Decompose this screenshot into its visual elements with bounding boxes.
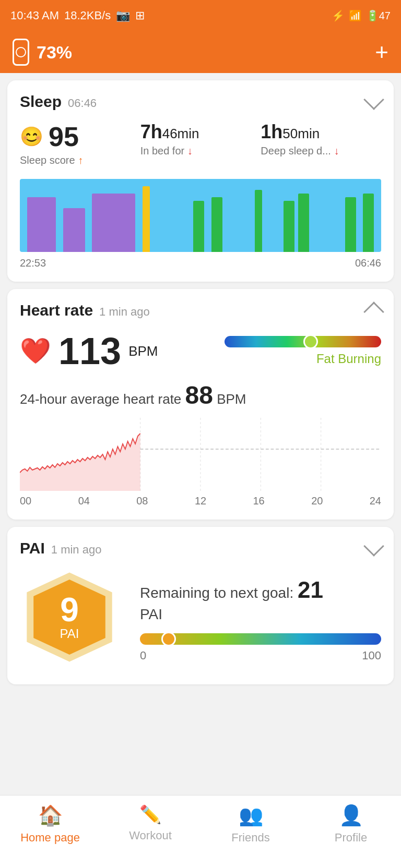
watch-icon <box>13 39 29 66</box>
hr-expand-icon[interactable] <box>363 302 384 322</box>
in-bed-min: 46min <box>162 126 199 141</box>
sleep-bar-green-4 <box>284 201 294 252</box>
sleep-stats: 😊 95 Sleep score ↑ 7h46min In bed for ↓ <box>20 121 381 166</box>
sleep-emoji: 😊 <box>20 126 43 148</box>
pai-value: 9 <box>60 593 79 626</box>
heart-icon: ❤️ <box>20 336 51 366</box>
pai-progress-bar <box>140 633 381 645</box>
status-right: ⚡ 📶 🔋47 <box>332 9 391 22</box>
pai-goal-text: Remaining to next goal: 21 <box>140 577 381 603</box>
sleep-bar-green-3 <box>255 190 262 252</box>
heart-rate-card: Heart rate 1 min ago ❤️ 113 BPM Fat Burn… <box>7 289 394 520</box>
hr-title-row: Heart rate 1 min ago <box>20 302 150 319</box>
pai-hexagon: 9 PAI <box>20 568 124 672</box>
pai-range: 0 100 <box>140 649 381 662</box>
status-icon: 📷 <box>116 9 130 22</box>
pai-range-max: 100 <box>362 649 381 662</box>
sleep-card: Sleep 06:46 😊 95 Sleep score ↑ 7h46min <box>7 80 394 282</box>
nav-profile[interactable]: 👤 Profile <box>301 804 401 845</box>
header-bar: 73% + <box>0 31 401 73</box>
pai-label: PAI <box>60 626 79 641</box>
hr-chart-svg <box>20 418 381 491</box>
sleep-end-time: 06:46 <box>355 257 381 269</box>
nav-workout-label: Workout <box>129 829 172 842</box>
hr-time-16: 16 <box>253 495 265 507</box>
in-bed-value-row: 7h46min <box>140 121 261 143</box>
deep-sleep-stat: 1h50min Deep sleep d... ↓ <box>261 121 381 166</box>
pai-card-header: PAI 1 min ago <box>20 539 381 557</box>
hr-card-header: Heart rate 1 min ago <box>20 302 381 319</box>
hr-value-section: ❤️ 113 BPM <box>20 330 158 372</box>
pai-collapse-icon[interactable] <box>363 536 384 557</box>
sleep-start-time: 22:53 <box>20 257 46 269</box>
sleep-bar-1 <box>27 197 56 252</box>
hr-main-row: ❤️ 113 BPM Fat Burning <box>20 330 381 372</box>
deep-sleep-label: Deep sleep d... ↓ <box>261 145 381 157</box>
nav-home[interactable]: 🏠 Home page <box>0 804 100 845</box>
deep-sleep-hours: 1h <box>261 121 282 142</box>
pai-hex-inner: 9 PAI <box>28 575 111 659</box>
pai-updated: 1 min ago <box>51 543 102 557</box>
sleep-bar-green-6 <box>345 197 356 252</box>
pai-range-min: 0 <box>140 649 146 662</box>
hr-avg-row: 24-hour average heart rate 88 BPM <box>20 381 381 409</box>
pai-goal-value: 21 <box>298 577 323 602</box>
sleep-bar-2 <box>63 208 85 252</box>
sleep-score-arrow: ↑ <box>78 154 83 166</box>
sleep-chart-times: 22:53 06:46 <box>20 257 381 269</box>
deep-sleep-arrow: ↓ <box>334 145 339 156</box>
in-bed-hours: 7h <box>140 121 162 142</box>
hr-title: Heart rate <box>20 302 93 319</box>
hr-time-0: 00 <box>20 495 31 507</box>
nav-friends-label: Friends <box>231 831 269 845</box>
profile-icon: 👤 <box>339 804 363 827</box>
bluetooth-icon: ⚡ <box>332 9 345 22</box>
hr-avg-unit: BPM <box>217 391 246 407</box>
nav-profile-label: Profile <box>335 831 367 845</box>
sleep-bar-green-5 <box>298 194 309 252</box>
sleep-time: 06:46 <box>68 97 97 110</box>
friends-icon: 👥 <box>239 804 263 827</box>
pai-title-row: PAI 1 min ago <box>20 539 101 557</box>
in-bed-arrow: ↓ <box>187 145 193 156</box>
deep-sleep-min: 50min <box>282 126 320 141</box>
sleep-score-stat: 😊 95 Sleep score ↑ <box>20 121 140 166</box>
sleep-title-row: Sleep 06:46 <box>20 93 97 111</box>
bottom-nav: 🏠 Home page ✏️ Workout 👥 Friends 👤 Profi… <box>0 795 401 868</box>
add-button[interactable]: + <box>375 39 388 65</box>
status-time: 10:43 AM <box>10 9 59 22</box>
workout-icon: ✏️ <box>139 804 161 825</box>
hr-time-12: 12 <box>195 495 206 507</box>
signal-icon: 📶 <box>349 9 362 22</box>
sleep-bar-green-7 <box>363 194 374 252</box>
hr-chart <box>20 418 381 491</box>
sleep-score-label: Sleep score ↑ <box>20 154 140 166</box>
hr-time-8: 08 <box>136 495 148 507</box>
hr-zone-label: Fat Burning <box>225 352 381 366</box>
header-left: 73% <box>13 39 72 66</box>
status-left: 10:43 AM 18.2KB/s 📷 ⊞ <box>10 9 145 22</box>
hr-time-24: 24 <box>370 495 381 507</box>
status-grid-icon: ⊞ <box>135 9 145 22</box>
nav-friends[interactable]: 👥 Friends <box>200 804 301 845</box>
hr-time-20: 20 <box>311 495 323 507</box>
hr-avg-value: 88 <box>185 381 213 409</box>
status-bar: 10:43 AM 18.2KB/s 📷 ⊞ ⚡ 📶 🔋47 <box>0 0 401 31</box>
hr-zone-section: Fat Burning <box>225 336 381 366</box>
battery-icon: 🔋47 <box>366 9 391 22</box>
pai-title: PAI <box>20 539 45 557</box>
pai-hex-outer: 9 PAI <box>20 568 119 667</box>
hr-current-value: 113 <box>58 330 121 372</box>
sleep-bar-green-1 <box>193 201 204 252</box>
hr-zone-dot <box>303 334 318 349</box>
hr-avg-label: 24-hour average heart rate <box>20 391 181 407</box>
in-bed-stat: 7h46min In bed for ↓ <box>140 121 261 166</box>
pai-right: Remaining to next goal: 21 PAI 0 100 <box>140 577 381 662</box>
sleep-collapse-icon[interactable] <box>363 89 384 110</box>
nav-workout[interactable]: ✏️ Workout <box>100 804 200 842</box>
sleep-score-value: 95 <box>49 121 79 152</box>
in-bed-label: In bed for ↓ <box>140 145 261 157</box>
hr-updated: 1 min ago <box>99 305 150 319</box>
pai-body: 9 PAI Remaining to next goal: 21 PAI 0 1… <box>20 568 381 672</box>
hr-unit: BPM <box>128 343 158 359</box>
